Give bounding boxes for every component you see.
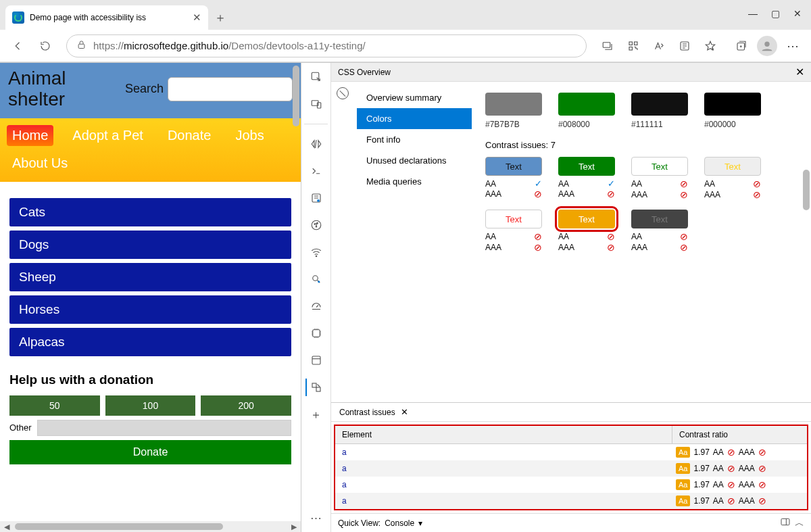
preset-50[interactable]: 50 bbox=[9, 395, 100, 416]
devtools-settings-icon[interactable]: ⋯ bbox=[306, 509, 326, 527]
table-row[interactable]: a Aa1.97AA⊘AAA⊘ bbox=[335, 493, 807, 509]
svg-rect-2 bbox=[629, 42, 633, 45]
back-button[interactable] bbox=[7, 34, 30, 57]
clear-overview-icon[interactable] bbox=[337, 87, 349, 99]
sources-icon[interactable] bbox=[306, 189, 326, 207]
css-overview-icon[interactable] bbox=[305, 379, 326, 396]
color-swatch[interactable]: #008000 bbox=[558, 93, 615, 129]
table-row[interactable]: a Aa1.97AA⊘AAA⊘ bbox=[335, 460, 807, 477]
search-label: Search bbox=[125, 82, 164, 96]
dock-side-icon[interactable] bbox=[780, 516, 791, 529]
text-size-icon[interactable] bbox=[647, 34, 670, 57]
window-maximize-icon[interactable]: ▢ bbox=[771, 8, 780, 19]
expand-drawer-icon[interactable]: ︿ bbox=[795, 517, 804, 529]
devtools-icon-rail: ＋ ⋯ bbox=[301, 63, 331, 532]
quick-view-label: Quick View: bbox=[338, 518, 380, 528]
color-swatch[interactable]: #000000 bbox=[704, 93, 761, 129]
more-menu-icon[interactable]: ⋯ bbox=[781, 34, 804, 57]
network-icon[interactable] bbox=[306, 216, 326, 234]
contrast-sample[interactable]: Text AA⊘ AAA⊘ bbox=[558, 210, 615, 253]
sidebar-font-info[interactable]: Font info bbox=[357, 129, 472, 150]
sidebar-unused-declarations[interactable]: Unused declarations bbox=[357, 150, 472, 171]
page-horizontal-scrollbar[interactable]: ◀ ▶ bbox=[0, 521, 301, 532]
performance-icon[interactable] bbox=[306, 297, 326, 315]
category-sheep[interactable]: Sheep bbox=[9, 263, 291, 291]
svg-rect-23 bbox=[316, 387, 320, 391]
search-input[interactable] bbox=[168, 77, 293, 101]
contrast-sample[interactable]: Text AA⊘ AAA⊘ bbox=[485, 210, 542, 253]
qr-icon[interactable] bbox=[622, 34, 645, 57]
svg-point-18 bbox=[312, 276, 318, 281]
contrast-issues-heading: Contrast issues: 7 bbox=[485, 140, 797, 150]
table-row[interactable]: a Aa1.97AA⊘AAA⊘ bbox=[335, 444, 807, 460]
issues-tab-close-icon[interactable]: ✕ bbox=[401, 407, 408, 417]
quick-view-console[interactable]: Console bbox=[385, 518, 414, 528]
sidebar-colors[interactable]: Colors bbox=[357, 108, 472, 129]
browser-toolbar: https://microsoftedge.github.io/Demos/de… bbox=[0, 30, 811, 62]
sidebar-overview-summary[interactable]: Overview summary bbox=[357, 87, 472, 108]
profile-avatar[interactable] bbox=[756, 34, 779, 57]
quick-view-dropdown-icon[interactable]: ▾ bbox=[418, 518, 422, 528]
contrast-sample[interactable]: Text AA✓ AAA⊘ bbox=[558, 157, 615, 200]
svg-rect-20 bbox=[312, 330, 320, 337]
device-toggle-icon[interactable] bbox=[306, 95, 326, 113]
sidebar-media-queries[interactable]: Media queries bbox=[357, 171, 472, 192]
css-overview-content: #7B7B7B#008000#111111#000000 Contrast is… bbox=[472, 82, 811, 402]
nav-home[interactable]: Home bbox=[7, 125, 53, 146]
close-tab-icon[interactable]: ✕ bbox=[193, 11, 201, 24]
donate-button[interactable]: Donate bbox=[9, 440, 291, 464]
elements-icon[interactable] bbox=[306, 135, 326, 153]
color-swatch[interactable]: #111111 bbox=[631, 93, 688, 129]
svg-rect-3 bbox=[635, 42, 638, 45]
inspect-icon[interactable] bbox=[306, 68, 326, 86]
table-row[interactable]: a Aa1.97AA⊘AAA⊘ bbox=[335, 477, 807, 493]
reader-icon[interactable] bbox=[673, 34, 696, 57]
issues-tab-label[interactable]: Contrast issues bbox=[339, 408, 395, 417]
nav-about[interactable]: About Us bbox=[7, 153, 73, 174]
site-title: Animal shelter bbox=[8, 68, 117, 110]
lock-icon bbox=[76, 40, 87, 52]
devtools-statusbar: Quick View: Console ▾ ︿ bbox=[331, 513, 811, 532]
new-tab-button[interactable]: ＋ bbox=[208, 5, 232, 30]
table-header-ratio[interactable]: Contrast ratio bbox=[672, 426, 807, 443]
reload-button[interactable] bbox=[34, 34, 57, 57]
category-alpacas[interactable]: Alpacas bbox=[9, 328, 291, 356]
more-tools-icon[interactable]: ＋ bbox=[306, 406, 326, 423]
preset-100[interactable]: 100 bbox=[105, 395, 196, 416]
collections-icon[interactable] bbox=[730, 34, 753, 57]
svg-point-7 bbox=[764, 41, 769, 46]
console-icon[interactable] bbox=[306, 162, 326, 180]
application-icon[interactable] bbox=[306, 352, 326, 369]
page-vertical-scrollbar[interactable] bbox=[291, 63, 301, 521]
svg-rect-24 bbox=[781, 518, 789, 525]
category-horses[interactable]: Horses bbox=[9, 295, 291, 324]
svg-rect-1 bbox=[603, 42, 610, 47]
wifi-icon[interactable] bbox=[306, 243, 326, 261]
window-close-icon[interactable]: ✕ bbox=[793, 8, 802, 19]
category-dogs[interactable]: Dogs bbox=[9, 231, 291, 259]
category-cats[interactable]: Cats bbox=[9, 198, 291, 226]
contrast-sample[interactable]: Text AA✓ AAA⊘ bbox=[485, 157, 542, 200]
svg-rect-4 bbox=[629, 47, 633, 50]
panel-scrollbar[interactable] bbox=[803, 170, 810, 210]
screen-cast-icon[interactable] bbox=[596, 34, 619, 57]
nav-donate[interactable]: Donate bbox=[162, 125, 217, 146]
other-amount-input[interactable] bbox=[37, 420, 291, 436]
donation-heading: Help us with a donation bbox=[9, 372, 291, 387]
table-header-element[interactable]: Element bbox=[335, 426, 672, 443]
window-minimize-icon[interactable]: — bbox=[748, 8, 758, 19]
color-swatch[interactable]: #7B7B7B bbox=[485, 93, 542, 129]
favorite-icon[interactable] bbox=[699, 34, 722, 57]
browser-tab[interactable]: Demo page with accessibility iss ✕ bbox=[5, 5, 208, 30]
address-bar[interactable]: https://microsoftedge.github.io/Demos/de… bbox=[66, 34, 587, 57]
devtools-panel: CSS Overview ✕ Overview summary Colors F… bbox=[331, 63, 811, 532]
memory-icon[interactable] bbox=[306, 324, 326, 342]
nav-adopt[interactable]: Adopt a Pet bbox=[67, 125, 149, 146]
panel-close-icon[interactable]: ✕ bbox=[795, 66, 804, 78]
nav-jobs[interactable]: Jobs bbox=[230, 125, 269, 146]
preset-200[interactable]: 200 bbox=[201, 395, 291, 416]
contrast-sample[interactable]: Text AA⊘ AAA⊘ bbox=[704, 157, 761, 200]
contrast-sample[interactable]: Text AA⊘ AAA⊘ bbox=[631, 157, 688, 200]
contrast-sample[interactable]: Text AA⊘ AAA⊘ bbox=[631, 210, 688, 253]
lighthouse-icon[interactable] bbox=[306, 270, 326, 288]
